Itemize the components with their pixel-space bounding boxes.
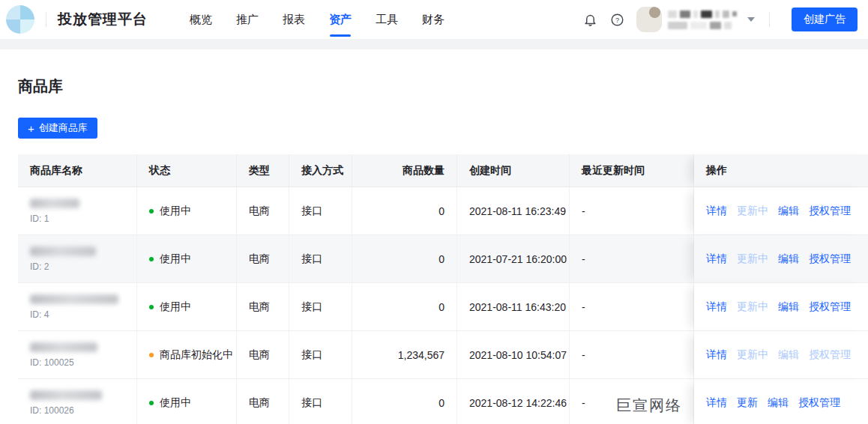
product-library-page: 商品库 + 创建商品库 商品库名称 状态 类型 接入方式 商品数量 创建时间 最… — [0, 76, 868, 424]
create-ad-button[interactable]: 创建广告 — [792, 7, 858, 31]
count-cell: 0 — [352, 187, 457, 235]
library-id: ID: 2 — [30, 261, 49, 272]
page-title: 商品库 — [18, 76, 868, 97]
status-cell: 使用中 — [137, 379, 237, 424]
action-detail[interactable]: 详情 — [706, 300, 727, 314]
access-cell: 接口 — [289, 331, 352, 379]
main-nav: 概览 推广 报表 资产 工具 财务 — [178, 0, 456, 39]
library-id: ID: 1 — [30, 213, 49, 224]
status-dot-icon — [149, 209, 154, 213]
action-auth-manage[interactable]: 授权管理 — [809, 300, 851, 314]
action-edit[interactable]: 编辑 — [778, 300, 799, 314]
divider — [46, 12, 46, 27]
updated-cell: - — [570, 331, 694, 379]
action-edit[interactable]: 编辑 — [778, 252, 799, 266]
action-updating[interactable]: 更新中 — [737, 252, 768, 266]
action-auth-manage[interactable]: 授权管理 — [809, 205, 851, 218]
created-cell: 2021-08-12 14:22:46 — [457, 379, 570, 424]
nav-item-tools[interactable]: 工具 — [364, 0, 410, 39]
help-icon[interactable]: ? — [606, 9, 627, 30]
status-label: 使用中 — [160, 252, 191, 266]
access-cell: 接口 — [289, 283, 352, 331]
top-nav-bar: 投放管理平台 概览 推广 报表 资产 工具 财务 ? — [0, 0, 868, 39]
product-library-table: 商品库名称 状态 类型 接入方式 商品数量 创建时间 最近更新时间 操作 ID:… — [18, 154, 868, 424]
redacted-library-name — [30, 294, 118, 304]
action-edit[interactable]: 编辑 — [778, 348, 799, 362]
app-logo — [6, 5, 34, 34]
col-header-updated: 最近更新时间 — [570, 154, 694, 187]
count-cell: 1,234,567 — [352, 331, 457, 379]
actions-cell: 详情 更新中 编辑 授权管理 — [694, 235, 868, 283]
actions-cell: 详情 更新 编辑 授权管理 — [694, 379, 868, 424]
library-name-cell: ID: 1 — [18, 187, 137, 235]
action-updating[interactable]: 更新中 — [737, 348, 768, 362]
action-updating[interactable]: 更新中 — [737, 205, 768, 218]
create-library-label: 创建商品库 — [39, 121, 88, 135]
col-header-actions: 操作 — [694, 154, 868, 187]
bell-icon[interactable] — [579, 9, 600, 30]
page-background-band — [0, 39, 868, 49]
status-label: 使用中 — [160, 396, 191, 410]
updated-cell: - — [570, 283, 694, 331]
status-label: 使用中 — [160, 300, 191, 314]
created-cell: 2021-08-11 16:43:20 — [457, 283, 570, 331]
access-cell: 接口 — [289, 379, 352, 424]
status-dot-icon — [149, 257, 154, 261]
user-name-redacted — [668, 10, 737, 29]
action-auth-manage[interactable]: 授权管理 — [809, 252, 851, 266]
status-cell: 使用中 — [137, 235, 237, 283]
action-detail[interactable]: 详情 — [706, 205, 727, 218]
status-cell: 使用中 — [137, 187, 237, 235]
created-cell: 2021-08-11 16:23:49 — [457, 187, 570, 235]
type-cell: 电商 — [237, 187, 289, 235]
app-title: 投放管理平台 — [58, 10, 148, 29]
status-dot-icon — [149, 353, 154, 357]
library-name-cell: ID: 100025 — [18, 331, 137, 379]
status-label: 商品库初始化中 — [160, 348, 233, 362]
action-updating[interactable]: 更新中 — [737, 300, 768, 314]
nav-item-report[interactable]: 报表 — [271, 0, 317, 39]
plus-icon: + — [28, 123, 34, 134]
action-detail[interactable]: 详情 — [706, 252, 727, 266]
actions-cell: 详情 更新中 编辑 授权管理 — [694, 187, 868, 235]
nav-item-finance[interactable]: 财务 — [410, 0, 456, 39]
action-detail[interactable]: 详情 — [706, 348, 727, 362]
type-cell: 电商 — [237, 235, 289, 283]
user-avatar[interactable] — [636, 7, 662, 32]
col-header-type: 类型 — [237, 154, 289, 187]
type-cell: 电商 — [237, 283, 289, 331]
table-header-row: 商品库名称 状态 类型 接入方式 商品数量 创建时间 最近更新时间 操作 — [18, 154, 868, 187]
action-auth-manage[interactable]: 授权管理 — [809, 348, 851, 362]
action-detail[interactable]: 详情 — [706, 396, 727, 410]
watermark: 巨宣网络 — [616, 396, 682, 416]
caret-down-icon[interactable] — [747, 17, 755, 22]
nav-item-promotion[interactable]: 推广 — [224, 0, 271, 39]
table-row: ID: 100026 使用中 电商 接口 0 2021-08-12 14:22:… — [18, 379, 868, 424]
table-row: ID: 1 使用中 电商 接口 0 2021-08-11 16:23:49 - … — [18, 187, 868, 235]
create-library-button[interactable]: + 创建商品库 — [18, 118, 97, 139]
library-name-cell: ID: 100026 — [18, 379, 137, 424]
nav-item-assets[interactable]: 资产 — [317, 0, 364, 39]
col-header-count: 商品数量 — [352, 154, 457, 187]
nav-item-overview[interactable]: 概览 — [178, 0, 224, 39]
library-id: ID: 100026 — [30, 405, 74, 416]
library-id: ID: 100025 — [30, 357, 74, 368]
action-update[interactable]: 更新 — [737, 396, 758, 410]
count-cell: 0 — [352, 283, 457, 331]
action-edit[interactable]: 编辑 — [778, 205, 799, 218]
access-cell: 接口 — [289, 235, 352, 283]
topbar-right: ? 创建广告 — [579, 7, 868, 32]
access-cell: 接口 — [289, 187, 352, 235]
library-id: ID: 4 — [30, 309, 49, 320]
type-cell: 电商 — [237, 379, 289, 424]
created-cell: 2021-07-21 16:20:00 — [457, 235, 570, 283]
action-edit[interactable]: 编辑 — [768, 396, 789, 410]
redacted-library-name — [30, 246, 96, 256]
redacted-library-name — [30, 199, 79, 208]
action-auth-manage[interactable]: 授权管理 — [798, 396, 840, 410]
updated-cell: - — [570, 187, 694, 235]
count-cell: 0 — [352, 379, 457, 424]
table-row: ID: 2 使用中 电商 接口 0 2021-07-21 16:20:00 - … — [18, 235, 868, 283]
count-cell: 0 — [352, 235, 457, 283]
actions-cell: 详情 更新中 编辑 授权管理 — [694, 283, 868, 331]
